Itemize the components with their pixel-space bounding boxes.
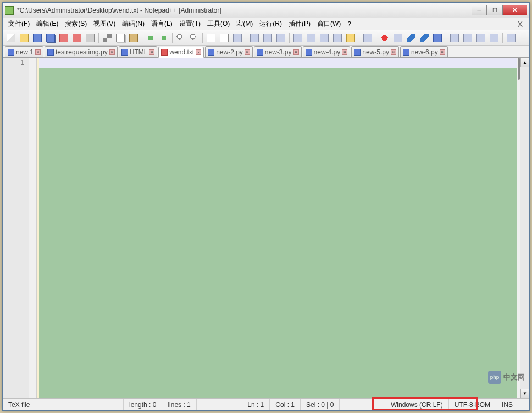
zoom-out-button[interactable] <box>218 32 230 44</box>
tab-close-icon[interactable] <box>391 49 396 55</box>
tab-close-icon[interactable] <box>109 49 115 55</box>
scroll-up-icon[interactable]: ▲ <box>520 58 529 67</box>
menu-language[interactable]: 语言(L) <box>148 18 176 30</box>
overview-ruler[interactable] <box>517 58 520 398</box>
menu-help[interactable]: ? <box>344 19 354 29</box>
sync-scroll-button[interactable] <box>231 32 243 44</box>
close-file-icon <box>59 34 68 42</box>
overview-thumb[interactable] <box>518 58 520 80</box>
tab-close-icon[interactable] <box>196 49 201 55</box>
tab-new1[interactable]: new 1 <box>5 46 43 57</box>
tab-new5[interactable]: new-5.py <box>351 46 399 57</box>
menu-window[interactable]: 窗口(W) <box>314 18 344 30</box>
cut-button[interactable] <box>101 32 113 44</box>
zoom-in-button[interactable] <box>205 32 217 44</box>
plugin-icon <box>450 34 459 42</box>
menu-view[interactable]: 视图(V) <box>90 18 119 30</box>
function-list-button[interactable] <box>331 32 343 44</box>
scroll-down-icon[interactable]: ▼ <box>520 389 529 398</box>
indent-guide-button[interactable] <box>275 32 287 44</box>
menu-run[interactable]: 运行(R) <box>256 18 285 30</box>
doc-list-button[interactable] <box>318 32 330 44</box>
title-bar[interactable]: *C:\Users\Administrator\Desktop\wend.txt… <box>3 3 529 18</box>
plugin-icon <box>463 34 472 42</box>
folder-workspace-button[interactable] <box>345 32 357 44</box>
tab-new6[interactable]: new-6.py <box>400 46 448 57</box>
plugin-button-2[interactable] <box>462 32 474 44</box>
close-all-button[interactable] <box>71 32 83 44</box>
undo-button[interactable] <box>145 32 157 44</box>
minimize-button[interactable] <box>472 5 487 15</box>
copy-button[interactable] <box>114 32 126 44</box>
status-selection: Sel : 0 | 0 <box>301 399 340 410</box>
save-button[interactable] <box>31 32 43 44</box>
zoom-in-icon <box>207 34 215 42</box>
record-macro-button[interactable] <box>379 32 391 44</box>
toolbar-separator <box>98 33 99 43</box>
tab-bar: new 1 testrequestimg.py HTML wend.txt ne… <box>3 46 529 58</box>
tab-new2[interactable]: new-2.py <box>205 46 253 57</box>
find-button[interactable] <box>175 32 187 44</box>
tab-close-icon[interactable] <box>440 49 445 55</box>
menu-settings[interactable]: 设置(T) <box>176 18 204 30</box>
toolbar-separator <box>502 33 503 43</box>
scroll-track[interactable] <box>520 67 529 389</box>
tab-close-icon[interactable] <box>342 49 347 55</box>
doc-map-button[interactable] <box>305 32 317 44</box>
tab-close-icon[interactable] <box>293 49 299 55</box>
status-eol[interactable]: Windows (CR LF) <box>385 399 449 410</box>
user-lang-button[interactable] <box>292 32 304 44</box>
status-encoding[interactable]: UTF-8-BOM <box>449 399 496 410</box>
tab-html[interactable]: HTML <box>119 46 158 57</box>
menu-file[interactable]: 文件(F) <box>5 18 33 30</box>
menu-encoding[interactable]: 编码(N) <box>119 18 148 30</box>
tab-close-icon[interactable] <box>149 49 154 55</box>
tab-wend-active[interactable]: wend.txt <box>158 47 204 58</box>
tab-new4[interactable]: new-4.py <box>303 46 351 57</box>
play-multi-macro-button[interactable] <box>418 32 430 44</box>
fold-margin[interactable] <box>29 58 37 398</box>
tab-new3[interactable]: new-3.py <box>254 46 302 57</box>
print-button[interactable] <box>84 32 96 44</box>
close-file-button[interactable] <box>58 32 70 44</box>
tab-close-icon[interactable] <box>35 49 41 55</box>
menu-tools[interactable]: 工具(O) <box>204 18 233 30</box>
save-macro-button[interactable] <box>431 32 444 44</box>
show-all-chars-button[interactable] <box>262 32 274 44</box>
menu-collapse-icon[interactable]: X <box>513 20 527 29</box>
tab-close-icon[interactable] <box>245 49 250 55</box>
plugin-button-4[interactable] <box>488 32 500 44</box>
monitor-button[interactable] <box>362 32 374 44</box>
file-icon <box>208 49 214 56</box>
word-wrap-button[interactable] <box>248 32 261 44</box>
close-window-button[interactable] <box>502 5 527 15</box>
tab-label: new-6.py <box>411 48 438 56</box>
open-file-button[interactable] <box>18 32 30 44</box>
vertical-scrollbar[interactable]: ▲ ▼ <box>520 58 529 398</box>
file-icon <box>257 49 263 56</box>
toolbar-separator <box>289 33 290 43</box>
replace-button[interactable] <box>188 32 200 44</box>
maximize-button[interactable] <box>487 5 502 15</box>
editor-area: 1 ▲ ▼ php 中文网 <box>3 58 529 398</box>
redo-button[interactable] <box>158 32 170 44</box>
paste-button[interactable] <box>128 32 140 44</box>
plugin-button-3[interactable] <box>475 32 487 44</box>
text-editor[interactable] <box>39 58 517 398</box>
play-macro-button[interactable] <box>405 32 417 44</box>
status-insert-mode[interactable]: INS <box>496 399 529 410</box>
window-controls <box>472 5 527 15</box>
menu-plugins[interactable]: 插件(P) <box>285 18 314 30</box>
lang-icon <box>293 34 302 42</box>
save-all-button[interactable] <box>45 32 57 44</box>
stop-macro-button[interactable] <box>392 32 404 44</box>
menu-macro[interactable]: 宏(M) <box>233 18 256 30</box>
tab-testrequestimg[interactable]: testrequestimg.py <box>45 46 118 57</box>
sync-icon <box>233 34 242 42</box>
menu-search[interactable]: 搜索(S) <box>62 18 90 30</box>
toolbar-separator <box>142 33 142 43</box>
menu-edit[interactable]: 编辑(E) <box>33 18 62 30</box>
plugin-button-1[interactable] <box>448 32 461 44</box>
new-file-button[interactable] <box>5 32 17 44</box>
plugin-button-5[interactable] <box>505 32 517 44</box>
